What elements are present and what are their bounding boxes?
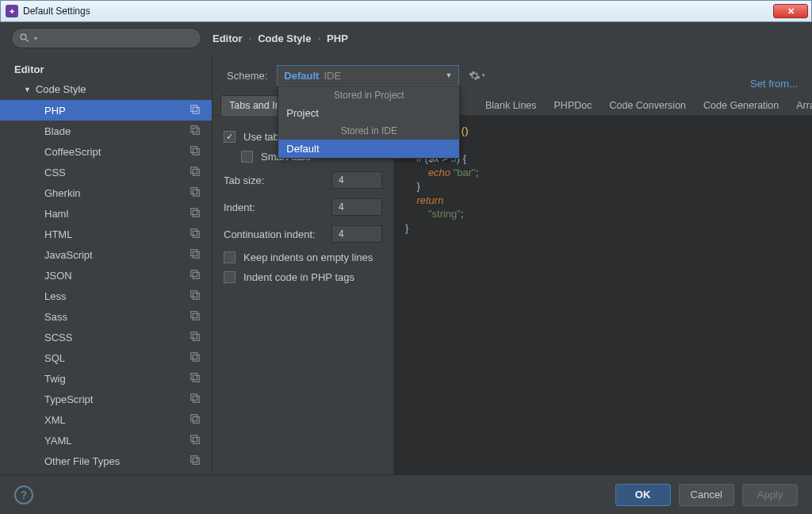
sidebar-item-less[interactable]: Less: [0, 286, 212, 306]
svg-rect-23: [193, 313, 199, 320]
help-button[interactable]: ?: [14, 485, 33, 504]
sidebar-group-editor[interactable]: Editor: [0, 57, 212, 80]
copy-icon: [190, 310, 201, 324]
sidebar-item-typescript[interactable]: TypeScript: [0, 389, 212, 409]
sidebar-item-label: Twig: [44, 373, 66, 385]
svg-rect-7: [193, 148, 199, 155]
svg-rect-17: [193, 251, 199, 258]
copy-icon: [190, 455, 201, 468]
scheme-label: Scheme:: [227, 70, 267, 82]
close-button[interactable]: ✕: [773, 4, 808, 18]
sidebar-item-label: CSS: [44, 167, 66, 178]
sidebar-item-yaml[interactable]: YAML: [0, 430, 212, 451]
tab-code-conversion[interactable]: Code Conversion: [600, 95, 695, 115]
ok-button[interactable]: OK: [615, 484, 671, 506]
svg-rect-15: [193, 231, 199, 237]
copy-icon: [190, 186, 201, 200]
app-icon: [6, 5, 18, 17]
scheme-select[interactable]: DefaultIDE ▼ Stored in Project Project S…: [277, 65, 459, 86]
sidebar-item-sql[interactable]: SQL: [0, 347, 212, 368]
svg-rect-20: [191, 290, 197, 297]
sidebar-item-json[interactable]: JSON: [0, 265, 212, 286]
sidebar-item-haml[interactable]: Haml: [0, 203, 212, 224]
sidebar-item-coffeescript[interactable]: CoffeeScript: [0, 141, 212, 162]
svg-rect-32: [191, 414, 197, 420]
tab-phpdoc[interactable]: PHPDoc: [546, 95, 601, 115]
chevron-right-icon: ›: [317, 33, 320, 43]
svg-rect-36: [191, 455, 197, 462]
code-preview: function foo () { if ($x > 5) { echo "ba…: [393, 116, 812, 474]
indent-php-checkbox[interactable]: [224, 271, 236, 283]
sidebar-item-javascript[interactable]: JavaScript: [0, 244, 212, 265]
copy-icon: [190, 166, 201, 179]
sidebar-item-php[interactable]: PHP: [0, 100, 212, 121]
sidebar-item-label: PHP: [44, 105, 66, 117]
sidebar-group-codestyle[interactable]: ▼ Code Style: [0, 80, 212, 100]
dropdown-header-ide: Stored in IDE: [278, 122, 459, 140]
cont-indent-label: Continuation indent:: [224, 228, 316, 240]
tab-arrangement[interactable]: Arrangement: [787, 95, 812, 115]
copy-icon: [190, 372, 201, 386]
sidebar-item-twig[interactable]: Twig: [0, 368, 212, 389]
crumb-codestyle[interactable]: Code Style: [258, 33, 311, 44]
svg-rect-33: [193, 416, 199, 423]
copy-icon: [190, 104, 201, 117]
search-input[interactable]: ▾: [11, 28, 201, 48]
svg-rect-8: [191, 167, 197, 173]
triangle-down-icon: ▼: [24, 86, 31, 94]
sidebar-item-other-file-types[interactable]: Other File Types: [0, 451, 212, 471]
gear-icon: [469, 70, 481, 82]
sidebar-item-html[interactable]: HTML: [0, 224, 212, 244]
svg-rect-31: [193, 396, 199, 402]
sidebar-item-scss[interactable]: SCSS: [0, 327, 212, 347]
svg-rect-2: [191, 105, 197, 111]
dropdown-item-project[interactable]: Project: [278, 104, 459, 122]
sidebar-item-label: Less: [44, 290, 66, 302]
svg-rect-35: [193, 437, 199, 443]
svg-line-1: [26, 40, 29, 42]
sidebar-item-label: Other File Types: [44, 455, 120, 467]
keep-empty-checkbox[interactable]: [224, 251, 236, 263]
sidebar-item-label: CoffeeScript: [44, 146, 101, 158]
sidebar-item-label: SCSS: [44, 332, 72, 343]
chevron-down-icon: ▾: [482, 72, 485, 79]
copy-icon: [190, 393, 201, 406]
cancel-button[interactable]: Cancel: [679, 484, 734, 506]
svg-rect-16: [191, 249, 197, 255]
sidebar-item-css[interactable]: CSS: [0, 162, 212, 182]
svg-rect-3: [193, 107, 199, 113]
tab-size-label: Tab size:: [224, 175, 264, 186]
sidebar-item-label: YAML: [44, 435, 71, 447]
sidebar-item-xml[interactable]: XML: [0, 409, 212, 430]
svg-point-0: [21, 34, 26, 40]
cont-indent-input[interactable]: [331, 225, 382, 243]
copy-icon: [190, 331, 201, 344]
sidebar-item-blade[interactable]: Blade: [0, 121, 212, 141]
crumb-editor[interactable]: Editor: [213, 33, 243, 44]
apply-button[interactable]: Apply: [742, 484, 798, 506]
sidebar-item-gherkin[interactable]: Gherkin: [0, 182, 212, 203]
set-from-link[interactable]: Set from...: [750, 78, 798, 90]
chevron-down-icon: ▾: [34, 35, 37, 42]
sidebar-group-label: Code Style: [36, 83, 86, 95]
use-tab-checkbox[interactable]: [224, 131, 236, 143]
scheme-suffix: IDE: [324, 70, 341, 82]
tab-blank-lines[interactable]: Blank Lines: [477, 95, 546, 115]
sidebar-item-sass[interactable]: Sass: [0, 306, 212, 327]
breadcrumb: Editor › Code Style › PHP: [213, 33, 348, 44]
sidebar-item-label: Gherkin: [44, 187, 81, 199]
tab-size-input[interactable]: [331, 171, 382, 189]
tab-code-generation[interactable]: Code Generation: [695, 95, 787, 115]
search-icon: [20, 33, 29, 43]
indent-input[interactable]: [331, 198, 382, 216]
gear-button[interactable]: ▾: [469, 70, 485, 82]
svg-rect-34: [191, 435, 197, 441]
smart-tabs-checkbox[interactable]: [241, 151, 253, 163]
svg-rect-6: [191, 146, 197, 152]
chevron-right-icon: ›: [249, 33, 252, 43]
copy-icon: [190, 145, 201, 159]
dropdown-item-default[interactable]: Default: [278, 140, 459, 158]
chevron-down-icon: ▼: [445, 71, 452, 79]
crumb-php[interactable]: PHP: [327, 33, 348, 44]
sidebar-item-label: Sass: [44, 311, 67, 323]
